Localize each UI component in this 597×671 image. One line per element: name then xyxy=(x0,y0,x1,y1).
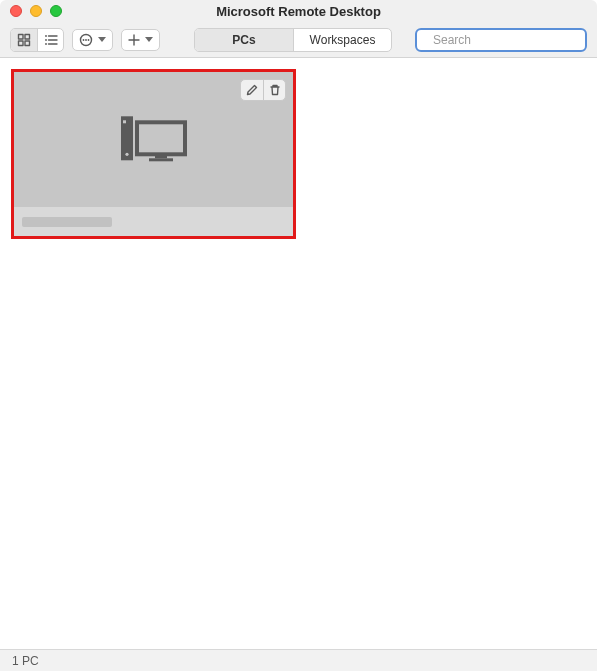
add-menu-button[interactable] xyxy=(121,29,160,51)
svg-rect-0 xyxy=(19,34,24,39)
edit-pc-button[interactable] xyxy=(241,80,263,100)
content-area xyxy=(0,58,597,649)
more-menu-button[interactable] xyxy=(72,29,113,51)
close-window-button[interactable] xyxy=(10,5,22,17)
pc-thumbnail xyxy=(14,72,293,207)
zoom-window-button[interactable] xyxy=(50,5,62,17)
chevron-down-icon xyxy=(98,37,106,42)
svg-point-7 xyxy=(45,35,47,37)
status-text: 1 PC xyxy=(12,654,39,668)
delete-pc-button[interactable] xyxy=(263,80,285,100)
svg-rect-19 xyxy=(123,120,126,123)
list-view-button[interactable] xyxy=(37,29,63,51)
ellipsis-circle-icon xyxy=(79,33,93,47)
tab-pcs[interactable]: PCs xyxy=(195,29,293,51)
svg-point-12 xyxy=(85,39,87,41)
trash-icon xyxy=(269,84,281,96)
tab-workspaces[interactable]: Workspaces xyxy=(293,29,391,51)
plus-icon xyxy=(128,34,140,46)
svg-rect-2 xyxy=(19,41,24,46)
status-bar: 1 PC xyxy=(0,649,597,671)
svg-point-20 xyxy=(125,152,128,155)
svg-rect-23 xyxy=(149,158,173,161)
svg-point-11 xyxy=(83,39,85,41)
chevron-down-icon xyxy=(145,37,153,42)
card-hover-actions xyxy=(240,79,286,101)
pc-card[interactable] xyxy=(11,69,296,239)
desktop-pc-icon xyxy=(119,110,189,164)
search-field[interactable] xyxy=(415,28,587,52)
window-title: Microsoft Remote Desktop xyxy=(0,4,597,19)
pc-card-label-row xyxy=(14,207,293,236)
titlebar: Microsoft Remote Desktop xyxy=(0,0,597,22)
svg-rect-3 xyxy=(25,41,30,46)
svg-point-9 xyxy=(45,43,47,45)
minimize-window-button[interactable] xyxy=(30,5,42,17)
svg-rect-1 xyxy=(25,34,30,39)
pencil-icon xyxy=(246,84,258,96)
view-mode-segment xyxy=(10,28,64,52)
pc-name-label xyxy=(22,217,112,227)
toolbar: PCs Workspaces xyxy=(0,22,597,58)
grid-view-button[interactable] xyxy=(11,29,37,51)
grid-icon xyxy=(17,33,31,47)
list-icon xyxy=(44,33,58,47)
svg-point-13 xyxy=(88,39,90,41)
svg-rect-22 xyxy=(155,154,167,158)
search-input[interactable] xyxy=(433,33,583,47)
content-tabs: PCs Workspaces xyxy=(194,28,392,52)
svg-rect-21 xyxy=(137,122,185,154)
window-controls xyxy=(10,5,62,17)
svg-point-8 xyxy=(45,39,47,41)
